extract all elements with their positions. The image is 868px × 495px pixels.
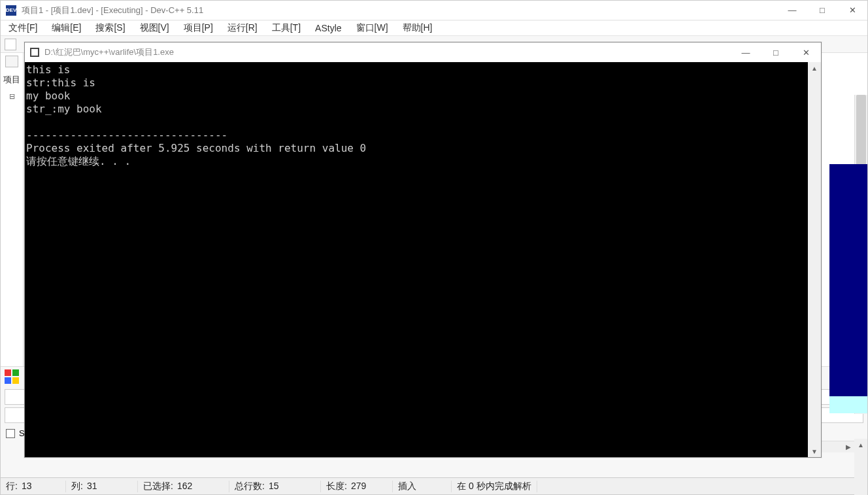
status-selected-label: 已选择:: [143, 481, 173, 492]
console-maximize-button[interactable]: □: [761, 43, 791, 62]
status-line-label: 行:: [6, 481, 18, 492]
editor-current-line-highlight: [829, 396, 867, 413]
scroll-up-icon[interactable]: ▲: [808, 62, 821, 74]
status-col-label: 列:: [71, 481, 83, 492]
close-button[interactable]: ✕: [837, 1, 867, 20]
menu-run[interactable]: 运行[R]: [225, 21, 260, 35]
console-window[interactable]: D:\红泥巴\myc++\varlife\项目1.exe — □ ✕ this …: [24, 42, 822, 458]
app-icon: DEV: [6, 5, 16, 16]
menu-project[interactable]: 项目[P]: [181, 21, 216, 35]
toolbar-icon[interactable]: [5, 39, 16, 50]
console-titlebar[interactable]: D:\红泥巴\myc++\varlife\项目1.exe — □ ✕: [25, 43, 821, 62]
window-title: 项目1 - [项目1.dev] - [Executing] - Dev-C++ …: [22, 5, 777, 16]
minimize-button[interactable]: —: [777, 1, 807, 20]
console-app-icon: [30, 48, 39, 57]
menu-file[interactable]: 文件[F]: [6, 21, 40, 35]
status-col-value: 31: [87, 481, 97, 492]
menubar: 文件[F] 编辑[E] 搜索[S] 视图[V] 项目[P] 运行[R] 工具[T…: [1, 20, 867, 36]
menu-tools[interactable]: 工具[T]: [269, 21, 303, 35]
status-total-lines-value: 15: [269, 481, 279, 492]
console-minimize-button[interactable]: —: [731, 43, 761, 62]
console-close-button[interactable]: ✕: [791, 43, 821, 62]
status-selected-value: 162: [177, 481, 192, 492]
project-panel: 项目 ⊟: [1, 53, 24, 366]
menu-help[interactable]: 帮助[H]: [400, 21, 435, 35]
project-panel-label: 项目: [3, 74, 20, 86]
panel-icon[interactable]: [5, 56, 18, 67]
class-browser-icon[interactable]: [5, 369, 19, 384]
bottom-checkbox[interactable]: [6, 429, 15, 438]
menu-search[interactable]: 搜索[S]: [93, 21, 127, 35]
menu-astyle[interactable]: AStyle: [312, 22, 344, 35]
tree-collapse-icon[interactable]: ⊟: [9, 92, 15, 101]
status-insert-mode: 插入: [398, 481, 416, 492]
menu-window[interactable]: 窗口[W]: [354, 21, 391, 35]
menu-view[interactable]: 视图[V]: [137, 21, 172, 35]
bottom-vscrollbar[interactable]: ▲ ▼: [854, 439, 867, 495]
console-body[interactable]: this is str:this is my book str_:my book…: [25, 62, 821, 457]
editor-selection-highlight: [829, 164, 867, 396]
scroll-down-icon[interactable]: ▼: [808, 445, 821, 457]
console-vscrollbar[interactable]: ▲ ▼: [808, 62, 821, 457]
console-output: this is str:this is my book str_:my book…: [25, 62, 821, 169]
status-length-value: 279: [351, 481, 366, 492]
scroll-up-icon[interactable]: ▲: [854, 439, 867, 451]
status-parse-msg: 在 0 秒内完成解析: [457, 481, 531, 492]
menu-edit[interactable]: 编辑[E]: [49, 21, 84, 35]
status-total-lines-label: 总行数:: [235, 481, 265, 492]
scroll-right-icon[interactable]: ▶: [843, 443, 854, 451]
status-length-label: 长度:: [326, 481, 347, 492]
outer-titlebar[interactable]: DEV 项目1 - [项目1.dev] - [Executing] - Dev-…: [1, 1, 867, 20]
maximize-button[interactable]: □: [807, 1, 837, 20]
console-title: D:\红泥巴\myc++\varlife\项目1.exe: [44, 46, 731, 58]
statusbar: 行: 13 列: 31 已选择: 162 总行数: 15 长度: 279 插入 …: [1, 477, 867, 494]
status-line-value: 13: [22, 481, 32, 492]
